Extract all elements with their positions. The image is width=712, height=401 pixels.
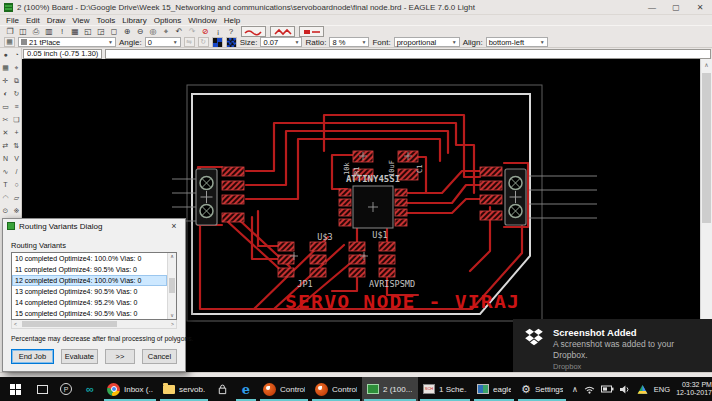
text-icon[interactable]: T (0, 178, 11, 191)
menu-tools[interactable]: Tools (97, 16, 116, 25)
settings-item[interactable]: ⚙ Settings (516, 377, 568, 401)
routing-variant-row[interactable]: 12 completed Optimize4: 100.0% Vias: 0 (12, 275, 167, 286)
redo-icon[interactable]: ↷ (186, 26, 198, 37)
copy-icon[interactable]: ⧉ (11, 74, 22, 87)
minimize-button[interactable]: — (640, 0, 664, 14)
menu-view[interactable]: View (72, 16, 89, 25)
stop-icon[interactable]: ⊘ (199, 26, 211, 37)
end-job-button[interactable]: End Job (11, 349, 54, 364)
menu-edit[interactable]: Edit (26, 16, 40, 25)
p-app-button[interactable]: P (54, 377, 78, 401)
command-input[interactable] (105, 49, 711, 59)
move-icon[interactable]: ✛ (0, 74, 11, 87)
size-select[interactable]: 0.07 ▼ (260, 37, 302, 47)
scroll-right-icon[interactable]: > (171, 321, 174, 327)
menu-library[interactable]: Library (122, 16, 146, 25)
macro-button-1[interactable] (241, 26, 266, 37)
paste-icon[interactable]: ❏ (11, 113, 22, 126)
evaluate-button[interactable]: Evaluate (61, 349, 98, 364)
arduino-button[interactable]: ∞ (78, 377, 102, 401)
maximize-button[interactable]: ▢ (664, 0, 688, 14)
explorer-taskbar-item[interactable]: servob... (158, 377, 210, 401)
routing-variant-row[interactable]: 13 completed Optimize4: 90.5% Vias: 0 (12, 286, 167, 297)
cancel-button[interactable]: Cancel (142, 349, 177, 364)
taskbar-clock[interactable]: 03:32 PM 12-10-2017 (676, 381, 712, 397)
polygon-icon[interactable]: ▱ (11, 191, 22, 204)
scrollbar-thumb[interactable] (702, 73, 711, 223)
routing-variant-row[interactable]: 11 completed Optimize4: 90.5% Vias: 0 (12, 264, 167, 275)
rotate-icon[interactable]: ↻ (11, 87, 22, 100)
checker-icon-2[interactable] (226, 37, 237, 47)
layer-settings-icon[interactable]: ▦ (4, 37, 15, 47)
zoom-redraw-icon[interactable]: ◎ (147, 26, 159, 37)
replace-icon[interactable]: ⇅ (11, 139, 22, 152)
list-vertical-scrollbar[interactable]: ∧∨ (167, 253, 176, 319)
group-icon[interactable]: ▭ (0, 100, 11, 113)
task-view-button[interactable] (30, 377, 54, 401)
macro-button-3[interactable] (299, 26, 324, 37)
eagle-control-panel-item-2[interactable]: Control... (310, 377, 362, 401)
routing-variant-row[interactable]: 10 completed Optimize4: 100.0% Vias: 0 (12, 253, 167, 264)
align-select[interactable]: bottom-left ▼ (486, 37, 548, 47)
edge-button[interactable]: e (234, 377, 258, 401)
route-icon[interactable]: ∿ (0, 165, 11, 178)
hscrollbar-thumb[interactable] (22, 321, 117, 327)
battery-icon[interactable] (601, 385, 614, 393)
dropbox-notification[interactable]: Screenshot Added A screenshot was added … (513, 319, 712, 372)
info-icon[interactable]: ¡ (212, 26, 224, 37)
value-icon[interactable]: V (11, 152, 22, 165)
angle-select[interactable]: 0 ▼ (145, 37, 181, 47)
scroll-up-icon[interactable]: ∧ (701, 59, 712, 68)
zoom-out-icon[interactable]: ⊖ (134, 26, 146, 37)
eagle-control-panel-item-1[interactable]: Control... (258, 377, 310, 401)
chrome-taskbar-item[interactable]: Inbox (... (102, 377, 158, 401)
circle-icon[interactable]: ○ (11, 178, 22, 191)
start-button[interactable] (0, 377, 30, 401)
store-button[interactable] (210, 377, 234, 401)
layer-select[interactable]: 21 tPlace ▼ (18, 37, 116, 47)
window-board-icon[interactable]: ◱ (82, 26, 94, 37)
zoom-fit-icon[interactable]: ◻ (108, 26, 120, 37)
font-select[interactable]: proportional ▼ (394, 37, 460, 47)
mirror-toggle-icon[interactable]: ⇋ (184, 37, 195, 47)
print-icon[interactable]: ⎙ (30, 26, 42, 37)
signal-icon[interactable]: ※ (11, 204, 22, 217)
tray-expand-icon[interactable]: ∧ (572, 385, 578, 394)
eagle-window-item[interactable]: eagle (472, 377, 516, 401)
undo-icon[interactable]: ↶ (173, 26, 185, 37)
arc-icon[interactable]: ◠ (0, 191, 11, 204)
eagle-schematic-item[interactable]: 1 Sche... (418, 377, 472, 401)
cut-icon[interactable]: ✂ (0, 113, 11, 126)
ratio-select[interactable]: 8 % ▼ (329, 37, 369, 47)
close-button[interactable]: ✕ (688, 0, 712, 14)
display-layers-icon[interactable]: ▦ (0, 61, 11, 74)
dialog-title-bar[interactable]: Routing Variants Dialog × (3, 219, 185, 233)
scroll-left-icon[interactable]: < (14, 321, 17, 327)
language-indicator[interactable]: ENG (654, 385, 670, 394)
delete-icon[interactable]: ✕ (0, 126, 11, 139)
name-icon[interactable]: N (0, 152, 11, 165)
window-schematic-icon[interactable]: ◲ (95, 26, 107, 37)
info-tool-icon[interactable]: ● (0, 48, 11, 61)
show-tool-icon[interactable]: ◔ (11, 48, 22, 61)
menu-draw[interactable]: Draw (47, 16, 66, 25)
zoom-in-icon[interactable]: ⊕ (121, 26, 133, 37)
spin-toggle-icon[interactable]: ↻ (198, 37, 209, 47)
add-icon[interactable]: + (11, 126, 22, 139)
list-horizontal-scrollbar[interactable]: < > (11, 320, 177, 329)
macro-button-2[interactable] (270, 26, 295, 37)
mark-icon[interactable]: ⌖ (11, 61, 22, 74)
mirror-icon[interactable]: ◐ (0, 87, 11, 100)
pinswap-icon[interactable]: ⇄ (0, 139, 11, 152)
checker-icon-1[interactable] (212, 37, 223, 47)
grid-icon[interactable]: ▦ (69, 26, 81, 37)
google-drive-icon[interactable] (637, 385, 648, 394)
export-image-icon[interactable]: ▥ (43, 26, 55, 37)
wifi-icon[interactable] (584, 385, 595, 394)
open-icon[interactable]: ❐ (4, 26, 16, 37)
help-icon[interactable]: ? (225, 26, 237, 37)
eagle-board-item[interactable]: 2 (100... (362, 377, 418, 401)
zoom-select-icon[interactable]: ⌖ (160, 26, 172, 37)
save-icon[interactable]: ◫ (17, 26, 29, 37)
via-icon[interactable]: ⊙ (0, 204, 11, 217)
